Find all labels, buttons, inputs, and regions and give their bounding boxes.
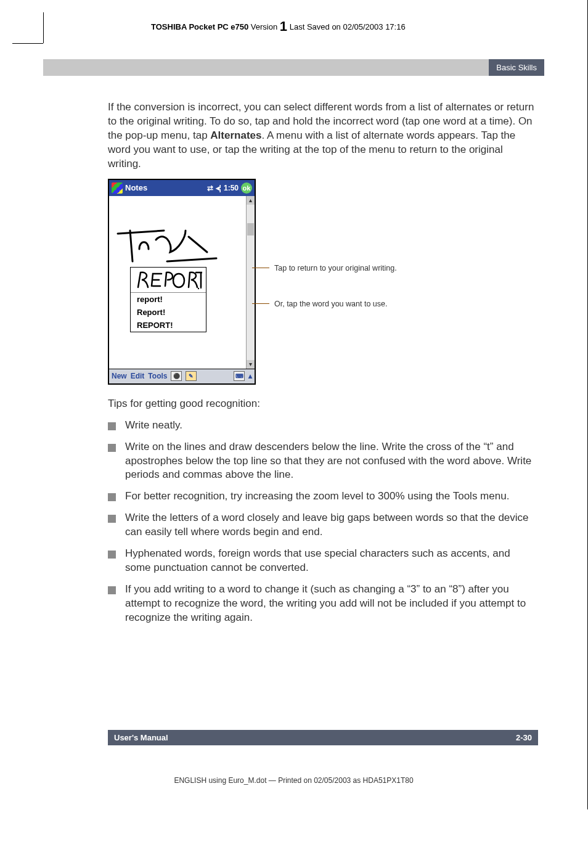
alternates-original-writing (131, 268, 206, 293)
footer-title: User's Manual (114, 733, 168, 742)
volume-icon: ◂¦ (216, 184, 221, 192)
running-header: TOSHIBA Pocket PC e750 Version 1 Last Sa… (151, 18, 544, 35)
product-name: TOSHIBA Pocket PC e750 (151, 22, 248, 31)
device-screenshot: Notes ⇄ ◂¦ 1:50 ok (108, 179, 256, 385)
footer-page: 2-30 (516, 733, 532, 742)
scroll-thumb (247, 223, 254, 235)
alternates-item: Report! (131, 306, 206, 319)
svg-point-0 (198, 287, 199, 289)
callout-leader-line (252, 268, 269, 268)
para-bold: Alternates (210, 129, 261, 141)
tip-text: Write on the lines and draw descenders b… (125, 441, 531, 481)
tip-pre: For better recognition, try increasing t… (125, 490, 453, 502)
callout-text: Tap to return to your original writing. (274, 264, 397, 272)
tips-list: Write neatly. Write on the lines and dra… (108, 419, 538, 625)
ok-button-icon: ok (241, 182, 252, 194)
record-icon: ⚫ (171, 371, 182, 381)
chapter-bar-fill (43, 59, 489, 76)
pen-icon: ✎ (186, 371, 197, 381)
tip-bold: Tools (453, 490, 478, 502)
clock-text: 1:50 (224, 184, 239, 192)
intro-paragraph: If the conversion is incorrect, you can … (108, 100, 538, 171)
scrollbar: ▴ ▾ (246, 196, 255, 369)
tip-text: Write the letters of a word closely and … (125, 512, 529, 538)
alternates-item: report! (131, 293, 206, 306)
tools-menu: Tools (148, 372, 167, 380)
sip-up-icon: ▴ (248, 372, 252, 380)
alternates-item: REPORT! (131, 319, 206, 332)
status-icons: ⇄ ◂¦ 1:50 (207, 184, 239, 192)
scroll-down-icon: ▾ (247, 360, 255, 369)
list-item: Write neatly. (108, 419, 538, 433)
handwriting-turn (112, 200, 241, 268)
chapter-title: Basic Skills (489, 59, 544, 76)
crop-mark-h (12, 43, 43, 74)
tips-intro: Tips for getting good recognition: (108, 397, 538, 411)
tip-text: If you add writing to a word to change i… (125, 583, 526, 623)
print-footer: ENGLISH using Euro_M.dot — Printed on 02… (43, 776, 544, 785)
figure-row: Notes ⇄ ◂¦ 1:50 ok (108, 179, 538, 385)
app-title: Notes (125, 183, 205, 192)
list-item: Hyphenated words, foreign words that use… (108, 547, 538, 575)
callout-word: Or, tap the word you want to use. (252, 300, 387, 308)
tip-text: Write neatly. (125, 419, 182, 431)
writing-canvas: report! Report! REPORT! (109, 196, 246, 369)
start-flag-icon (112, 182, 123, 194)
callout-original: Tap to return to your original writing. (252, 264, 397, 272)
alternates-menu: report! Report! REPORT! (130, 267, 206, 332)
device-titlebar: Notes ⇄ ◂¦ 1:50 ok (109, 180, 255, 196)
edit-menu: Edit (131, 372, 145, 380)
scroll-up-icon: ▴ (247, 196, 255, 205)
page-footer-bar: User's Manual 2-30 (108, 730, 538, 745)
list-item: For better recognition, try increasing t… (108, 489, 538, 504)
connectivity-icon: ⇄ (207, 184, 213, 192)
handwriting-report (134, 269, 202, 290)
list-item: If you add writing to a word to change i… (108, 583, 538, 625)
new-menu: New (112, 372, 127, 380)
version-number: 1 (280, 18, 287, 34)
tip-post: menu. (477, 490, 509, 502)
list-item: Write the letters of a word closely and … (108, 511, 538, 539)
device-command-bar: New Edit Tools ⚫ ✎ ⌨ ▴ (109, 369, 255, 383)
callout-text: Or, tap the word you want to use. (274, 300, 387, 308)
saved-info: Last Saved on 02/05/2003 17:16 (290, 22, 406, 31)
scroll-track (247, 205, 255, 360)
version-label: Version (251, 22, 277, 31)
tip-text: Hyphenated words, foreign words that use… (125, 547, 510, 573)
device-body: report! Report! REPORT! ▴ ▾ (109, 196, 255, 369)
list-item: Write on the lines and draw descenders b… (108, 440, 538, 483)
sip-keyboard-icon: ⌨ (234, 371, 245, 381)
callout-leader-line (252, 303, 269, 304)
chapter-bar: Basic Skills (43, 59, 544, 76)
crop-mark-v (43, 12, 44, 43)
